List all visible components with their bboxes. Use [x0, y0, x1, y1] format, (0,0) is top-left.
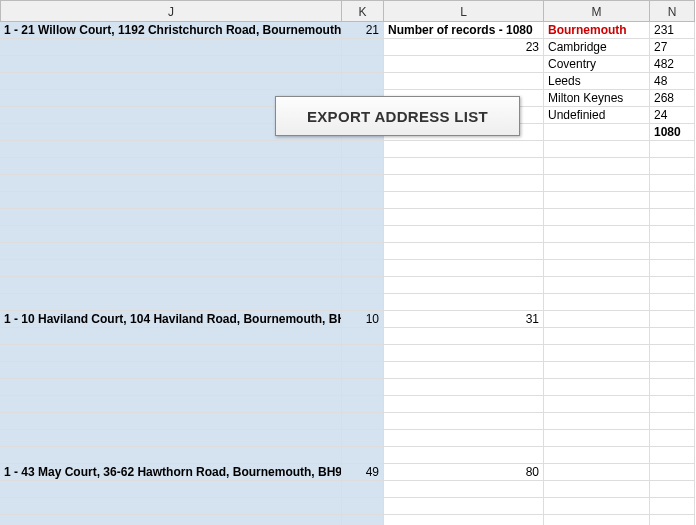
cell-j[interactable]: [0, 175, 342, 192]
col-header-l[interactable]: L: [384, 0, 544, 22]
cell-n[interactable]: 1080: [650, 124, 695, 141]
cell-l[interactable]: [384, 498, 544, 515]
cell-k[interactable]: [342, 328, 384, 345]
cell-k[interactable]: [342, 481, 384, 498]
cell-l[interactable]: [384, 481, 544, 498]
cell-n[interactable]: 268: [650, 90, 695, 107]
cell-l[interactable]: [384, 379, 544, 396]
cell-k[interactable]: [342, 226, 384, 243]
cell-n[interactable]: [650, 498, 695, 515]
cell-m[interactable]: [544, 311, 650, 328]
col-header-k[interactable]: K: [342, 0, 384, 22]
cell-m[interactable]: [544, 158, 650, 175]
cell-n[interactable]: [650, 277, 695, 294]
cell-n[interactable]: [650, 192, 695, 209]
cell-k[interactable]: [342, 158, 384, 175]
cell-n[interactable]: [650, 447, 695, 464]
cell-l[interactable]: [384, 56, 544, 73]
cell-n[interactable]: 27: [650, 39, 695, 56]
cell-k[interactable]: [342, 362, 384, 379]
cell-l[interactable]: [384, 362, 544, 379]
cell-n[interactable]: [650, 396, 695, 413]
cell-j[interactable]: [0, 362, 342, 379]
cell-n[interactable]: [650, 209, 695, 226]
cell-j[interactable]: [0, 515, 342, 525]
col-header-n[interactable]: N: [650, 0, 695, 22]
cell-j[interactable]: 1 - 21 Willow Court, 1192 Christchurch R…: [0, 22, 342, 39]
cell-j[interactable]: 1 - 10 Haviland Court, 104 Haviland Road…: [0, 311, 342, 328]
cell-l[interactable]: [384, 175, 544, 192]
cell-k[interactable]: [342, 515, 384, 525]
cell-n[interactable]: [650, 464, 695, 481]
cell-n[interactable]: [650, 158, 695, 175]
cell-l[interactable]: [384, 226, 544, 243]
cell-m[interactable]: Bournemouth: [544, 22, 650, 39]
cell-j[interactable]: [0, 192, 342, 209]
cell-n[interactable]: [650, 379, 695, 396]
cell-k[interactable]: [342, 396, 384, 413]
cell-n[interactable]: [650, 328, 695, 345]
cell-l[interactable]: [384, 192, 544, 209]
cell-n[interactable]: [650, 243, 695, 260]
cell-m[interactable]: [544, 447, 650, 464]
cell-k[interactable]: 49: [342, 464, 384, 481]
cell-n[interactable]: [650, 362, 695, 379]
cell-m[interactable]: [544, 498, 650, 515]
cell-j[interactable]: [0, 430, 342, 447]
cell-k[interactable]: [342, 430, 384, 447]
cell-k[interactable]: 10: [342, 311, 384, 328]
cell-m[interactable]: [544, 379, 650, 396]
cell-l[interactable]: 31: [384, 311, 544, 328]
cell-k[interactable]: [342, 73, 384, 90]
cell-m[interactable]: Leeds: [544, 73, 650, 90]
cell-m[interactable]: [544, 396, 650, 413]
cell-k[interactable]: [342, 498, 384, 515]
cell-k[interactable]: [342, 39, 384, 56]
cell-n[interactable]: [650, 515, 695, 525]
cell-l[interactable]: [384, 515, 544, 525]
cell-n[interactable]: 482: [650, 56, 695, 73]
cell-l[interactable]: [384, 277, 544, 294]
cell-n[interactable]: [650, 430, 695, 447]
cell-k[interactable]: [342, 56, 384, 73]
cell-l[interactable]: [384, 260, 544, 277]
cell-m[interactable]: [544, 294, 650, 311]
cell-j[interactable]: [0, 158, 342, 175]
cell-j[interactable]: [0, 447, 342, 464]
cell-j[interactable]: [0, 226, 342, 243]
cell-j[interactable]: [0, 209, 342, 226]
cell-j[interactable]: [0, 294, 342, 311]
cell-l[interactable]: [384, 141, 544, 158]
cell-m[interactable]: [544, 226, 650, 243]
cell-n[interactable]: [650, 294, 695, 311]
cell-l[interactable]: [384, 396, 544, 413]
cell-m[interactable]: [544, 413, 650, 430]
cell-n[interactable]: [650, 345, 695, 362]
cell-m[interactable]: [544, 141, 650, 158]
cell-j[interactable]: [0, 379, 342, 396]
cell-k[interactable]: [342, 413, 384, 430]
cell-j[interactable]: [0, 277, 342, 294]
cell-n[interactable]: [650, 260, 695, 277]
cell-n[interactable]: 24: [650, 107, 695, 124]
cell-j[interactable]: [0, 413, 342, 430]
cell-j[interactable]: [0, 260, 342, 277]
cell-l[interactable]: [384, 447, 544, 464]
cell-l[interactable]: [384, 345, 544, 362]
col-header-j[interactable]: J: [0, 0, 342, 22]
cell-m[interactable]: [544, 277, 650, 294]
cell-m[interactable]: [544, 328, 650, 345]
cell-m[interactable]: [544, 260, 650, 277]
cell-k[interactable]: [342, 260, 384, 277]
cell-n[interactable]: [650, 226, 695, 243]
cell-j[interactable]: [0, 39, 342, 56]
cell-n[interactable]: [650, 481, 695, 498]
cell-k[interactable]: [342, 192, 384, 209]
cell-m[interactable]: [544, 430, 650, 447]
cell-l[interactable]: [384, 413, 544, 430]
cell-j[interactable]: [0, 243, 342, 260]
cell-k[interactable]: [342, 243, 384, 260]
cell-l[interactable]: [384, 328, 544, 345]
cell-k[interactable]: 21: [342, 22, 384, 39]
cell-l[interactable]: [384, 73, 544, 90]
